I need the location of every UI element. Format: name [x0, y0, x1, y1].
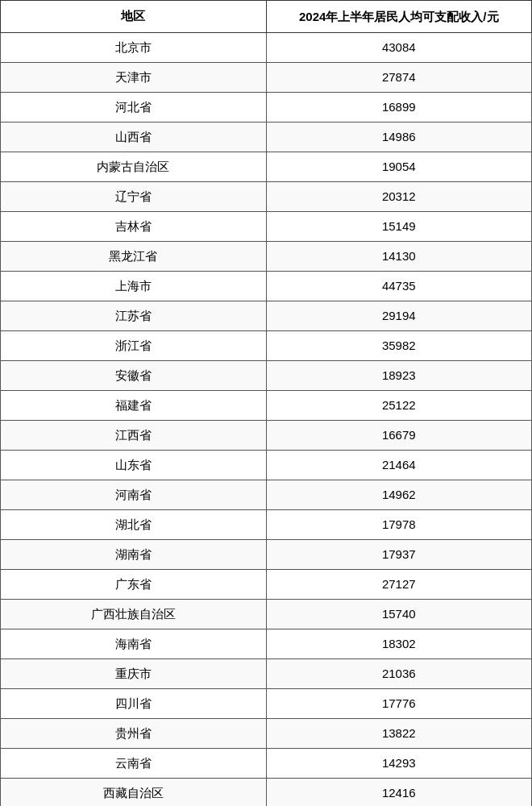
table-row: 内蒙古自治区19054: [1, 152, 532, 181]
table-row: 天津市27874: [1, 62, 532, 92]
cell-region: 吉林省: [1, 211, 267, 241]
cell-income: 29194: [266, 301, 532, 330]
cell-income: 27874: [266, 62, 532, 92]
cell-region: 广东省: [1, 569, 267, 599]
cell-region: 云南省: [1, 748, 267, 778]
cell-income: 21036: [266, 659, 532, 688]
table-row: 山西省14986: [1, 122, 532, 152]
cell-income: 20312: [266, 181, 532, 211]
table-row: 浙江省35982: [1, 330, 532, 360]
cell-region: 广西壮族自治区: [1, 599, 267, 629]
cell-region: 山东省: [1, 450, 267, 480]
cell-region: 湖南省: [1, 539, 267, 569]
cell-income: 14986: [266, 122, 532, 152]
table-row: 上海市44735: [1, 271, 532, 301]
cell-region: 安徽省: [1, 360, 267, 390]
table-row: 四川省17776: [1, 688, 532, 718]
cell-income: 19054: [266, 152, 532, 181]
cell-income: 14962: [266, 480, 532, 509]
table-row: 黑龙江省14130: [1, 241, 532, 271]
cell-income: 16679: [266, 420, 532, 450]
cell-region: 重庆市: [1, 659, 267, 688]
cell-region: 河南省: [1, 480, 267, 509]
cell-income: 43084: [266, 32, 532, 62]
income-table: 地区 2024年上半年居民人均可支配收入/元 北京市43084天津市27874河…: [0, 0, 532, 806]
cell-income: 25122: [266, 390, 532, 420]
table-row: 辽宁省20312: [1, 181, 532, 211]
table-row: 北京市43084: [1, 32, 532, 62]
cell-region: 贵州省: [1, 718, 267, 748]
cell-income: 14130: [266, 241, 532, 271]
table-row: 海南省18302: [1, 629, 532, 659]
cell-region: 福建省: [1, 390, 267, 420]
cell-region: 西藏自治区: [1, 778, 267, 806]
table-row: 吉林省15149: [1, 211, 532, 241]
table-row: 江苏省29194: [1, 301, 532, 330]
table-row: 广东省27127: [1, 569, 532, 599]
cell-region: 江西省: [1, 420, 267, 450]
cell-region: 海南省: [1, 629, 267, 659]
cell-region: 黑龙江省: [1, 241, 267, 271]
cell-income: 35982: [266, 330, 532, 360]
cell-income: 27127: [266, 569, 532, 599]
cell-income: 18302: [266, 629, 532, 659]
cell-income: 44735: [266, 271, 532, 301]
table-row: 云南省14293: [1, 748, 532, 778]
table-row: 安徽省18923: [1, 360, 532, 390]
cell-income: 14293: [266, 748, 532, 778]
table-row: 江西省16679: [1, 420, 532, 450]
cell-income: 18923: [266, 360, 532, 390]
table-row: 山东省21464: [1, 450, 532, 480]
table-row: 重庆市21036: [1, 659, 532, 688]
cell-income: 13822: [266, 718, 532, 748]
cell-region: 河北省: [1, 92, 267, 122]
table-row: 湖南省17937: [1, 539, 532, 569]
cell-income: 17776: [266, 688, 532, 718]
cell-region: 四川省: [1, 688, 267, 718]
cell-region: 天津市: [1, 62, 267, 92]
cell-income: 21464: [266, 450, 532, 480]
table-container: 地区 2024年上半年居民人均可支配收入/元 北京市43084天津市27874河…: [0, 0, 532, 806]
table-row: 贵州省13822: [1, 718, 532, 748]
cell-region: 山西省: [1, 122, 267, 152]
table-row: 福建省25122: [1, 390, 532, 420]
header-income: 2024年上半年居民人均可支配收入/元: [266, 1, 532, 33]
cell-income: 17978: [266, 509, 532, 539]
table-row: 河北省16899: [1, 92, 532, 122]
table-row: 广西壮族自治区15740: [1, 599, 532, 629]
cell-region: 江苏省: [1, 301, 267, 330]
cell-income: 15149: [266, 211, 532, 241]
cell-income: 12416: [266, 778, 532, 806]
cell-income: 15740: [266, 599, 532, 629]
table-row: 河南省14962: [1, 480, 532, 509]
cell-income: 16899: [266, 92, 532, 122]
cell-region: 浙江省: [1, 330, 267, 360]
cell-region: 湖北省: [1, 509, 267, 539]
cell-region: 北京市: [1, 32, 267, 62]
header-region: 地区: [1, 1, 267, 33]
table-row: 西藏自治区12416: [1, 778, 532, 806]
cell-region: 上海市: [1, 271, 267, 301]
cell-income: 17937: [266, 539, 532, 569]
cell-region: 内蒙古自治区: [1, 152, 267, 181]
cell-region: 辽宁省: [1, 181, 267, 211]
table-row: 湖北省17978: [1, 509, 532, 539]
